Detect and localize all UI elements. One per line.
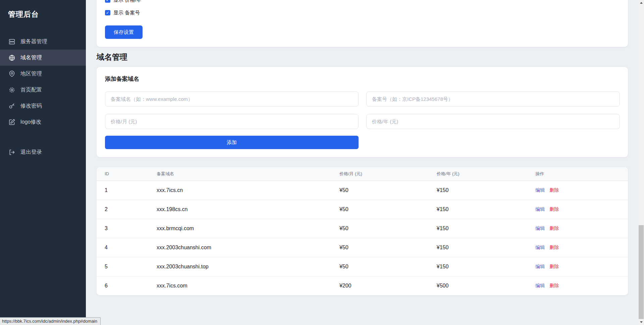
- checkbox-row-show-price-year: 显示 价格/年: [105, 0, 620, 4]
- edit-icon: [8, 118, 15, 126]
- delete-link[interactable]: 删除: [549, 283, 559, 288]
- sidebar-item-logo-edit[interactable]: logo修改: [0, 114, 86, 130]
- add-domain-card: 添加备案域名 添加: [97, 67, 628, 157]
- sidebar-item-homepage-config[interactable]: 首页配置: [0, 82, 86, 98]
- show-icp-checkbox[interactable]: [105, 10, 110, 15]
- delete-link[interactable]: 删除: [549, 206, 559, 212]
- cell-id: 1: [97, 181, 157, 200]
- gear-icon: [8, 86, 15, 93]
- sidebar-item-change-password[interactable]: 修改密码: [0, 98, 86, 114]
- domains-table: ID 备案域名 价格/月 (元) 价格/年 (元) 操作 1 xxx.7ics.…: [97, 167, 628, 295]
- cell-id: 2: [97, 200, 157, 219]
- delete-link[interactable]: 删除: [549, 264, 559, 269]
- edit-link[interactable]: 编辑: [535, 245, 545, 250]
- checkbox-label: 显示 价格/年: [113, 0, 141, 3]
- main-content: 显示 价格/年 显示 备案号 保存设置 域名管理 添加备案域名 添加 ID 备案…: [86, 0, 644, 325]
- table-row: 5 xxx.2003chuanshi.top ¥50 ¥150 编辑删除: [97, 257, 628, 276]
- sidebar-item-regions[interactable]: 地区管理: [0, 66, 86, 82]
- cell-id: 3: [97, 219, 157, 238]
- edit-link[interactable]: 编辑: [535, 264, 545, 269]
- sidebar-item-domains[interactable]: 域名管理: [0, 50, 86, 66]
- sidebar-item-label: 域名管理: [20, 54, 42, 61]
- key-icon: [8, 102, 15, 110]
- table-row: 6 xxx.7ics.com ¥200 ¥500 编辑删除: [97, 276, 628, 295]
- cell-id: 4: [97, 238, 157, 257]
- col-header-price-month: 价格/月 (元): [339, 167, 437, 181]
- show-price-year-checkbox[interactable]: [105, 0, 110, 3]
- add-domain-button[interactable]: 添加: [105, 136, 359, 149]
- cell-domain: xxx.198cs.cn: [157, 200, 339, 219]
- status-bar-url: https://bbk.7ics.com/idc/admin/index.php…: [0, 317, 101, 325]
- arrow-down-icon: [640, 321, 643, 323]
- checkbox-label: 显示 备案号: [113, 10, 140, 16]
- sidebar-item-label: 首页配置: [20, 86, 42, 93]
- server-icon: [8, 38, 15, 45]
- table-row: 2 xxx.198cs.cn ¥50 ¥150 编辑删除: [97, 200, 628, 219]
- col-header-domain: 备案域名: [157, 167, 339, 181]
- table-header-row: ID 备案域名 价格/月 (元) 价格/年 (元) 操作: [97, 167, 628, 181]
- sidebar-item-servers[interactable]: 服务器管理: [0, 34, 86, 50]
- col-header-price-year: 价格/年 (元): [437, 167, 536, 181]
- cell-price-month: ¥50: [339, 219, 437, 238]
- edit-link[interactable]: 编辑: [535, 187, 545, 193]
- icp-number-input[interactable]: [366, 91, 620, 107]
- scroll-up-button[interactable]: [638, 0, 644, 6]
- add-domain-form: 添加: [105, 91, 620, 149]
- scrollbar-thumb[interactable]: [639, 225, 644, 319]
- col-header-actions: 操作: [535, 167, 628, 181]
- arrow-up-icon: [640, 2, 643, 4]
- domains-table-card: ID 备案域名 价格/月 (元) 价格/年 (元) 操作 1 xxx.7ics.…: [97, 167, 628, 295]
- table-row: 3 xxx.brmcqi.com ¥50 ¥150 编辑删除: [97, 219, 628, 238]
- cell-price-month: ¥50: [339, 181, 437, 200]
- cell-price-year: ¥150: [437, 238, 536, 257]
- price-year-input[interactable]: [366, 114, 620, 129]
- cell-id: 5: [97, 257, 157, 276]
- sidebar-item-label: 退出登录: [20, 149, 42, 156]
- domain-input[interactable]: [105, 91, 359, 107]
- edit-link[interactable]: 编辑: [535, 206, 545, 212]
- page-title: 域名管理: [97, 52, 628, 62]
- cell-price-month: ¥50: [339, 257, 437, 276]
- scroll-down-button[interactable]: [638, 319, 644, 325]
- edit-link[interactable]: 编辑: [535, 283, 545, 288]
- edit-link[interactable]: 编辑: [535, 225, 545, 231]
- sidebar-item-label: 修改密码: [20, 103, 42, 110]
- sidebar-item-logout[interactable]: 退出登录: [0, 144, 86, 160]
- cell-price-year: ¥150: [437, 257, 536, 276]
- cell-id: 6: [97, 276, 157, 295]
- sidebar-item-label: logo修改: [20, 119, 41, 126]
- sidebar-nav: 服务器管理 域名管理 地区管理 首页配置 修改密码: [0, 34, 86, 160]
- cell-price-month: ¥50: [339, 238, 437, 257]
- globe-icon: [8, 54, 15, 61]
- cell-price-month: ¥50: [339, 200, 437, 219]
- cell-price-year: ¥500: [437, 276, 536, 295]
- sidebar-item-label: 地区管理: [20, 70, 42, 77]
- price-month-input[interactable]: [105, 114, 359, 129]
- checkbox-row-show-icp: 显示 备案号: [105, 9, 620, 17]
- cell-price-year: ¥150: [437, 181, 536, 200]
- cell-price-year: ¥150: [437, 200, 536, 219]
- add-domain-heading: 添加备案域名: [105, 75, 620, 83]
- logout-icon: [8, 148, 15, 156]
- app-title: 管理后台: [0, 0, 86, 19]
- cell-domain: xxx.7ics.com: [157, 276, 339, 295]
- cell-price-month: ¥200: [339, 276, 437, 295]
- map-pin-icon: [8, 70, 15, 77]
- sidebar-item-label: 服务器管理: [20, 38, 47, 45]
- col-header-id: ID: [97, 167, 157, 181]
- table-row: 1 xxx.7ics.cn ¥50 ¥150 编辑删除: [97, 181, 628, 200]
- cell-domain: xxx.brmcqi.com: [157, 219, 339, 238]
- delete-link[interactable]: 删除: [549, 187, 559, 193]
- cell-domain: xxx.2003chuanshi.top: [157, 257, 339, 276]
- delete-link[interactable]: 删除: [549, 245, 559, 250]
- sidebar: 管理后台 服务器管理 域名管理 地区管理 首页配置: [0, 0, 86, 325]
- save-settings-button[interactable]: 保存设置: [105, 25, 143, 39]
- delete-link[interactable]: 删除: [549, 225, 559, 231]
- cell-domain: xxx.7ics.cn: [157, 181, 339, 200]
- cell-domain: xxx.2003chuanshi.com: [157, 238, 339, 257]
- cell-price-year: ¥150: [437, 219, 536, 238]
- vertical-scrollbar[interactable]: [638, 0, 644, 325]
- table-row: 4 xxx.2003chuanshi.com ¥50 ¥150 编辑删除: [97, 238, 628, 257]
- display-settings-card: 显示 价格/年 显示 备案号 保存设置: [97, 0, 628, 47]
